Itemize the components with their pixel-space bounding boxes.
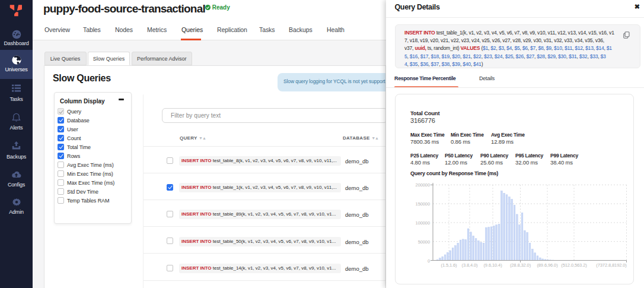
svg-text:(512.0,563.2): (512.0,563.2)	[561, 262, 587, 268]
svg-text:(28.8,32.0): (28.8,32.0)	[510, 262, 531, 268]
svg-text:150000: 150000	[416, 201, 430, 207]
svg-text:200000: 200000	[416, 182, 430, 188]
svg-text:(9.6,10.4): (9.6,10.4)	[483, 262, 502, 268]
svg-text:(7372.8,8192.0): (7372.8,8192.0)	[596, 262, 627, 268]
svg-text:0: 0	[428, 258, 430, 264]
svg-text:50000: 50000	[418, 239, 430, 245]
svg-text:(3.8,4.0): (3.8,4.0)	[461, 262, 478, 268]
svg-text:100000: 100000	[416, 220, 430, 226]
svg-text:(89.6,96.0): (89.6,96.0)	[537, 262, 558, 268]
svg-text:(1.5,1.6): (1.5,1.6)	[441, 262, 457, 268]
